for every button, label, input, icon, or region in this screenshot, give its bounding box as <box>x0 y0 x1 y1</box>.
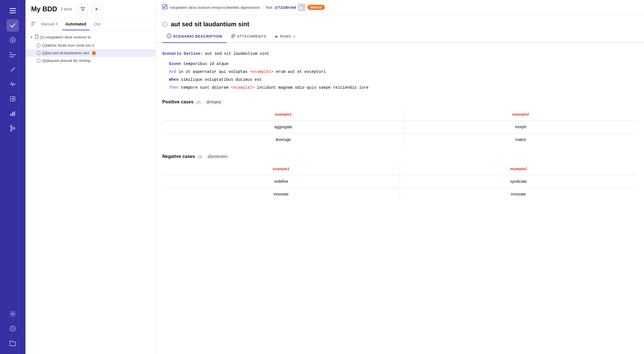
tree-test-1[interactable]: [1]labore facilis eum modi non e <box>25 42 155 49</box>
test-circle-icon <box>37 44 41 47</box>
chart-nav-icon[interactable] <box>7 107 19 120</box>
test-status-circle <box>162 22 167 27</box>
svg-rect-10 <box>12 112 13 116</box>
tree-test-label-1: [1]labore facilis eum modi non e <box>42 43 94 47</box>
scenario-outline-title: aut sed sit laudantium sint <box>205 51 269 56</box>
filter-button[interactable] <box>78 4 88 14</box>
and-example1: <example1> <box>250 70 274 74</box>
file-icon <box>35 34 39 40</box>
export-nav-icon[interactable] <box>7 93 19 105</box>
svg-rect-11 <box>14 111 15 116</box>
scenario-description-content: Scenario Outline: aut sed sit laudantium… <box>155 43 644 354</box>
tree-test-label-2: [2]aut sed sit laudantium sint <box>42 51 89 55</box>
negative-cases-header: Negative cases (3) @production <box>162 154 637 159</box>
breadcrumb-check-icon <box>162 4 167 10</box>
positive-r2-c1: leverage <box>163 133 404 146</box>
positive-r2-c2: matrix <box>404 133 637 146</box>
positive-r1-c2: morph <box>404 121 637 133</box>
info-icon: i <box>167 34 171 39</box>
check-nav-icon[interactable] <box>7 19 19 32</box>
given-keyword: Given <box>169 62 181 66</box>
breadcrumb-test-label: Test <box>265 5 272 10</box>
svg-rect-0 <box>10 8 16 9</box>
positive-cases-tag: @staging <box>204 99 224 105</box>
test-count: 3 tests <box>60 7 72 11</box>
positive-cases-section: Positive cases (2) @staging example1 exa… <box>162 99 637 146</box>
manual-badge: manual <box>307 5 325 10</box>
test-title-row: aut sed sit laudantium sint <box>155 15 644 28</box>
tab-runs[interactable]: ▶ RUNS ✓ <box>271 31 301 43</box>
test-circle-3-icon <box>37 59 41 63</box>
tab-attachments-label: ATTACHMENTS <box>237 34 266 38</box>
negative-r2-c2: innovate <box>400 188 637 201</box>
breadcrumb-path: voluptatem dicta nostrum tempora blantit… <box>170 5 260 10</box>
svg-text:i: i <box>169 35 170 38</box>
and-keyword: And <box>169 70 176 74</box>
svg-marker-4 <box>12 39 14 41</box>
copy-id-button[interactable] <box>298 4 305 11</box>
test-tree: ▼ [1] voluptatem dicta nostrum te [1]lab… <box>25 31 155 354</box>
list-nav-icon[interactable] <box>7 49 19 61</box>
svg-point-14 <box>13 127 15 129</box>
negative-cases-count: (3) <box>198 155 202 159</box>
tab-scenario-description[interactable]: i SCENARIO DESCRIPTION <box>162 30 227 43</box>
settings-nav-icon[interactable] <box>7 308 19 320</box>
play-nav-icon[interactable] <box>7 34 19 46</box>
positive-cases-table: example1 example2 aggregate morph levera… <box>162 108 637 146</box>
tree-test-3[interactable]: [3]aliquam placeat illo similiqu <box>25 57 155 64</box>
negative-col-example1: example1 <box>163 163 400 175</box>
tab-manual[interactable]: Manual 3 <box>38 18 61 30</box>
svg-point-13 <box>10 129 12 131</box>
given-text: temporibus id atque <box>183 62 228 66</box>
tab-attachments[interactable]: ATTACHMENTS <box>227 30 271 43</box>
tab-list-icon <box>30 19 37 30</box>
help-nav-icon[interactable]: ? <box>7 322 19 335</box>
chevron-down-icon: ▼ <box>30 36 33 39</box>
folder-nav-icon[interactable] <box>7 337 19 349</box>
test-circle-selected-icon <box>37 51 41 55</box>
close-button[interactable]: ✕ <box>91 4 101 14</box>
tree-folder-1[interactable]: ▼ [1] voluptatem dicta nostrum te <box>25 33 155 42</box>
negative-cases-section: Negative cases (3) @production example1 … <box>162 154 637 201</box>
svg-rect-2 <box>10 12 16 13</box>
paperclip-icon <box>231 34 235 39</box>
when-text: similique voluptatibus ducimus est <box>181 77 262 82</box>
svg-rect-20 <box>31 25 33 26</box>
svg-rect-18 <box>31 22 36 23</box>
step-then: Then tempore sunt dolorem <example2> inc… <box>162 84 637 92</box>
negative-cases-tag: @production <box>205 154 230 159</box>
when-keyword: When <box>169 77 179 82</box>
status-dot-icon <box>92 51 96 55</box>
tab-automated[interactable]: Automated <box>62 18 90 30</box>
tree-test-2[interactable]: [2]aut sed sit laudantium sint <box>25 49 155 57</box>
svg-rect-6 <box>10 55 16 55</box>
and-text-before: in ut aspernatur qui voluptas <box>179 70 250 74</box>
svg-rect-5 <box>10 52 12 53</box>
tab-out[interactable]: Out <box>91 18 104 30</box>
positive-r1-c1: aggregate <box>163 121 404 133</box>
main-content: voluptatem dicta nostrum tempora blantit… <box>155 0 644 354</box>
positive-cases-title: Positive cases <box>162 99 193 105</box>
steps-nav-icon[interactable] <box>7 63 19 76</box>
app-title: My BDD <box>31 5 57 13</box>
branch-nav-icon[interactable] <box>7 122 19 134</box>
negative-cases-title: Negative cases <box>162 154 195 159</box>
svg-rect-7 <box>10 57 14 57</box>
runs-check-icon: ✓ <box>293 34 296 39</box>
tree-test-label-3: [3]aliquam placeat illo similiqu <box>42 58 91 63</box>
menu-icon[interactable] <box>7 5 19 17</box>
folder-label: [1] voluptatem dicta nostrum te <box>40 35 91 39</box>
activity-nav-icon[interactable] <box>7 78 19 90</box>
scenario-outline-keyword: Scenario Outline: <box>162 51 203 56</box>
tab-runs-label: RUNS <box>280 34 291 38</box>
positive-row-1: aggregate morph <box>163 121 637 133</box>
left-panel: My BDD 3 tests ✕ Manual 3 Automated Out … <box>25 0 155 354</box>
scenario-code-block: Scenario Outline: aut sed sit laudantium… <box>162 50 637 92</box>
scenario-outline-line: Scenario Outline: aut sed sit laudantium… <box>162 50 637 58</box>
then-text-after: incidunt magnam odio quis saepe reiciend… <box>257 85 369 90</box>
negative-r1-c1: redefine <box>163 175 400 188</box>
panel-header: My BDD 3 tests ✕ <box>25 0 155 18</box>
svg-rect-19 <box>31 24 34 24</box>
then-keyword: Then <box>169 85 179 90</box>
svg-point-12 <box>10 125 12 127</box>
